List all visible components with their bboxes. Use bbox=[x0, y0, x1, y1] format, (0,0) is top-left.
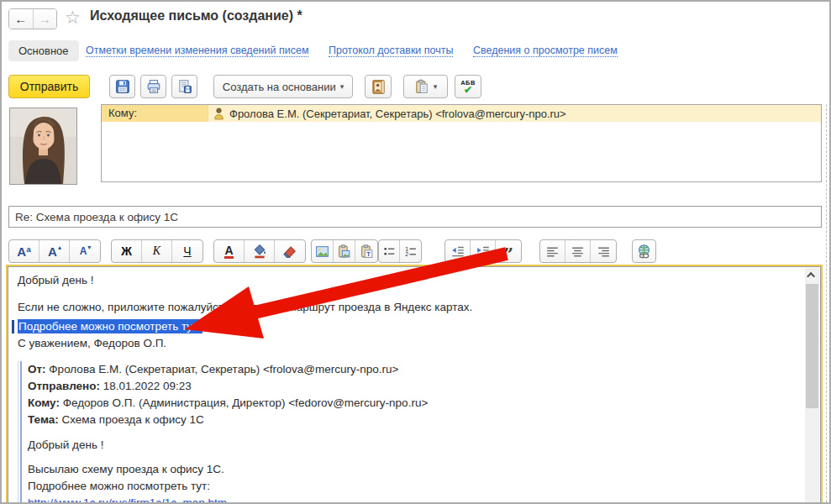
editor-scrollbar[interactable] bbox=[805, 268, 819, 504]
back-arrow-icon: ← bbox=[14, 12, 27, 26]
scrollbar-thumb[interactable] bbox=[806, 284, 818, 408]
insert-image-button[interactable] bbox=[312, 240, 334, 262]
bullet-list-button[interactable] bbox=[379, 240, 400, 262]
insert-group: T bbox=[311, 239, 378, 263]
quote-subject-line: Тема: Схема проезда к офису 1С bbox=[28, 412, 798, 428]
svg-text:2: 2 bbox=[405, 251, 408, 257]
align-center-icon bbox=[571, 244, 585, 259]
to-value-cell[interactable]: Фролова Е.М. (Секретариат, Секретарь) <f… bbox=[208, 105, 821, 122]
email-body[interactable]: Добрый день ! Если не сложно, приложите … bbox=[18, 272, 798, 504]
indent-button[interactable] bbox=[471, 240, 496, 262]
quote-subject-value: Схема проезда к офису 1С bbox=[59, 413, 204, 426]
underline-icon: Ч bbox=[183, 244, 191, 258]
align-right-button[interactable] bbox=[591, 240, 616, 262]
font-name-button[interactable]: Aª bbox=[9, 240, 39, 262]
save-button[interactable] bbox=[109, 75, 135, 98]
chevron-up-icon bbox=[807, 272, 815, 281]
quote-from-label: От: bbox=[28, 363, 46, 375]
font-size-increase-button[interactable]: A▴ bbox=[39, 240, 70, 262]
paste-icon bbox=[414, 79, 429, 94]
quote-icon: ” bbox=[503, 250, 513, 259]
panel-splitter[interactable] bbox=[826, 104, 827, 502]
insert-link-button[interactable] bbox=[633, 240, 655, 262]
to-row: Кому: Фролова Е.М. (Секретариат, Секрета… bbox=[102, 105, 821, 122]
history-nav: ← → bbox=[8, 8, 57, 29]
align-right-icon bbox=[597, 244, 611, 259]
save-document-icon bbox=[177, 79, 192, 94]
svg-text:T: T bbox=[366, 249, 371, 257]
text-cursor bbox=[12, 320, 14, 333]
paste-text-button[interactable]: T bbox=[355, 240, 377, 262]
highlight-color-button[interactable] bbox=[245, 240, 275, 262]
editor-surface[interactable]: Добрый день ! Если не сложно, приложите … bbox=[8, 266, 821, 504]
bold-icon: Ж bbox=[121, 244, 132, 258]
tab-timestamps[interactable]: Отметки времени изменения сведений писем bbox=[86, 45, 308, 57]
paste-image-icon bbox=[337, 244, 351, 259]
italic-button[interactable]: К bbox=[142, 240, 172, 262]
quote-sent-line: Отправлено: 18.01.2022 09:23 bbox=[28, 378, 798, 395]
address-book-icon bbox=[371, 79, 387, 95]
chevron-down-icon: ▾ bbox=[434, 82, 438, 91]
spellcheck-button[interactable]: АБВ ✔ bbox=[455, 75, 481, 98]
quote-to-label: Кому: bbox=[28, 396, 60, 409]
map-link[interactable]: http://www.1c.ru/rus/firm1c/1c_map.htm bbox=[28, 496, 227, 504]
address-book-button[interactable] bbox=[365, 75, 392, 98]
email-body-editor[interactable]: Добрый день ! Если не сложно, приложите … bbox=[6, 265, 823, 504]
recipient-text: Фролова Е.М. (Секретариат, Секретарь) <f… bbox=[229, 108, 566, 120]
numbered-list-button[interactable]: 12 bbox=[400, 240, 421, 262]
outdent-icon bbox=[450, 244, 465, 259]
print-button[interactable] bbox=[140, 75, 166, 98]
quote-to-line: Кому: Федоров О.П. (Администрация, Дирек… bbox=[28, 395, 798, 412]
highlight-bucket-icon bbox=[252, 244, 267, 259]
tab-delivery-protocol[interactable]: Протокол доставки почты bbox=[329, 45, 453, 57]
body-line: С уважением, Федоров О.П. bbox=[18, 335, 798, 351]
clear-format-button[interactable] bbox=[275, 240, 305, 262]
numbered-list-icon: 12 bbox=[403, 244, 418, 259]
send-button[interactable]: Отправить bbox=[8, 75, 90, 98]
paste-image-button[interactable] bbox=[334, 240, 355, 262]
forward-arrow-icon: → bbox=[39, 12, 51, 26]
eraser-icon bbox=[282, 244, 297, 259]
quote-subject-label: Тема: bbox=[28, 413, 59, 426]
tab-view-info[interactable]: Сведения о просмотре писем bbox=[473, 45, 618, 57]
text-color-icon: A bbox=[224, 244, 233, 259]
recipients-field[interactable]: Кому: Фролова Е.М. (Секретариат, Секрета… bbox=[101, 104, 822, 182]
subject-input[interactable] bbox=[8, 206, 822, 228]
italic-icon: К bbox=[153, 244, 160, 258]
text-color-button[interactable]: A bbox=[214, 240, 245, 262]
scroll-up-button[interactable] bbox=[805, 268, 819, 282]
quote-to-value: Федоров О.П. (Администрация, Директор) <… bbox=[60, 396, 428, 409]
bold-button[interactable]: Ж bbox=[112, 240, 142, 262]
save-document-button[interactable] bbox=[171, 75, 197, 98]
hyperlink-globe-icon bbox=[636, 244, 652, 260]
font-smaller-icon: A bbox=[80, 245, 87, 257]
favorite-star-icon[interactable]: ☆ bbox=[65, 8, 81, 28]
font-size-decrease-button[interactable]: A▾ bbox=[70, 240, 100, 262]
up-mark-icon: ▴ bbox=[58, 244, 61, 251]
back-button[interactable]: ← bbox=[9, 9, 34, 29]
align-left-button[interactable] bbox=[540, 240, 565, 262]
font-group: Aª A▴ A▾ bbox=[8, 239, 101, 263]
indent-group: ” bbox=[444, 239, 522, 263]
tab-main[interactable]: Основное bbox=[8, 40, 79, 61]
quote-button[interactable]: ” bbox=[496, 240, 521, 262]
underline-button[interactable]: Ч bbox=[172, 240, 202, 262]
create-based-on-button[interactable]: Создать на основании ▾ bbox=[213, 75, 353, 98]
color-group: A bbox=[213, 239, 306, 263]
align-left-icon bbox=[545, 244, 560, 259]
align-center-button[interactable] bbox=[565, 240, 591, 262]
selected-line: Подробнее можно посмотреть тут: bbox=[18, 318, 798, 335]
outgoing-email-window: ← → ☆ Исходящее письмо (создание) * Осно… bbox=[0, 0, 831, 504]
image-icon bbox=[315, 244, 329, 259]
body-line: Если не сложно, приложите пожалуйста ссы… bbox=[18, 299, 798, 315]
bullet-list-icon bbox=[382, 244, 397, 259]
forward-button[interactable]: → bbox=[34, 9, 57, 29]
text-style-group: Ж К Ч bbox=[111, 239, 203, 263]
paste-text-icon: T bbox=[360, 244, 374, 259]
list-group: 12 bbox=[378, 239, 422, 263]
to-label: Кому: bbox=[102, 105, 208, 122]
paste-button[interactable]: ▾ bbox=[403, 75, 448, 98]
print-icon bbox=[146, 79, 161, 94]
outdent-button[interactable] bbox=[445, 240, 471, 262]
check-icon: ✔ bbox=[464, 86, 472, 95]
